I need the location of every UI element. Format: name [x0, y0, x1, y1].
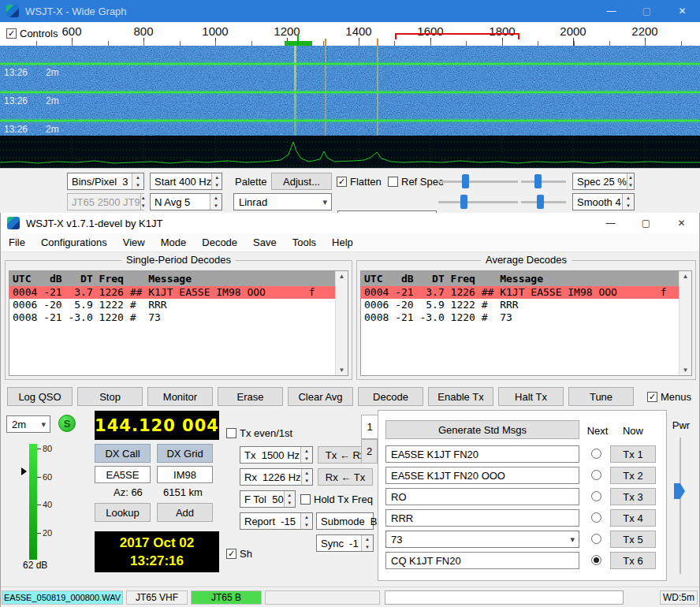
- slider-handle[interactable]: [462, 174, 469, 188]
- menu-file[interactable]: File: [1, 234, 33, 251]
- decode-row[interactable]: 0004 -21 3.7 1226 ## K1JT EA5SE IM98 OOO…: [361, 286, 679, 299]
- slider-handle[interactable]: [534, 174, 542, 188]
- hold-tx-freq-checkbox[interactable]: Hold Tx Freq: [300, 493, 373, 505]
- minimize-button[interactable]: —: [594, 0, 629, 22]
- spinner-arrows[interactable]: [211, 173, 222, 189]
- tx-5-now-button[interactable]: Tx 5: [610, 531, 656, 548]
- tx-2-now-button[interactable]: Tx 2: [610, 467, 656, 484]
- enable-tx-button[interactable]: Enable Tx: [428, 387, 493, 406]
- bins-pixel-spinner[interactable]: Bins/Pixel 3: [67, 173, 144, 190]
- pwr-slider-handle[interactable]: [674, 483, 685, 499]
- menu-tools[interactable]: Tools: [285, 234, 324, 251]
- slider-handle[interactable]: [537, 195, 544, 209]
- decode-row[interactable]: 0006 -20 5.9 1222 # RRR: [9, 299, 335, 311]
- monitor-button[interactable]: Monitor: [147, 387, 213, 406]
- spinner-arrows[interactable]: [300, 447, 312, 463]
- spinner-arrows[interactable]: [210, 194, 222, 210]
- halt-tx-button[interactable]: Halt Tx: [498, 387, 564, 406]
- tx-6-next-radio[interactable]: [591, 555, 601, 565]
- sync-spinner[interactable]: Sync -1: [316, 534, 374, 552]
- scrollbar[interactable]: [335, 271, 348, 375]
- frequency-scale[interactable]: Controls 600 800 1000 1200 1400 1600 180…: [0, 22, 700, 46]
- message-tab-2[interactable]: 2: [361, 439, 378, 464]
- waterfall-gain-slider[interactable]: [438, 173, 518, 189]
- rx-from-tx-button[interactable]: Rx ← Tx: [318, 468, 373, 486]
- maximize-button[interactable]: ▢: [629, 0, 665, 22]
- minimize-button[interactable]: —: [593, 213, 628, 233]
- tx-freq-spinner[interactable]: Tx 1500 Hz: [240, 446, 313, 464]
- palette-combo[interactable]: Linrad: [233, 193, 332, 210]
- tx-message-3-field[interactable]: RO: [385, 488, 579, 505]
- tx-message-5-combo[interactable]: 73: [385, 531, 579, 548]
- ref-spec-checkbox[interactable]: Ref Spec: [388, 176, 443, 188]
- decode-row[interactable]: 0006 -20 5.9 1222 # RRR: [361, 299, 679, 311]
- spinner-arrows[interactable]: [301, 469, 312, 485]
- tx-4-now-button[interactable]: Tx 4: [610, 509, 656, 527]
- tx-even-checkbox[interactable]: Tx even/1st: [226, 427, 292, 439]
- tx-5-next-radio[interactable]: [591, 534, 601, 544]
- add-button[interactable]: Add: [157, 503, 213, 522]
- generate-std-msgs-button[interactable]: Generate Std Msgs: [385, 420, 579, 439]
- menus-checkbox[interactable]: Menus: [647, 391, 691, 403]
- pwr-slider[interactable]: [680, 438, 681, 574]
- dx-grid-field[interactable]: IM98: [157, 466, 213, 483]
- close-button[interactable]: ✕: [665, 0, 700, 22]
- tx-6-now-button[interactable]: Tx 6: [610, 552, 656, 569]
- decode-row[interactable]: 0004 -21 3.7 1226 ## K1JT EA5SE IM98 OOO…: [9, 286, 335, 299]
- tx-3-next-radio[interactable]: [591, 491, 601, 501]
- spectrum-gain-slider[interactable]: [438, 194, 518, 210]
- clear-avg-button[interactable]: Clear Avg: [288, 387, 353, 406]
- band-select[interactable]: 2m: [6, 415, 50, 433]
- menu-help[interactable]: Help: [324, 234, 361, 251]
- average-decode-area[interactable]: UTC dB DT Freq Message 0004 -21 3.7 1226…: [360, 270, 692, 376]
- start-freq-spinner[interactable]: Start 400 Hz: [150, 173, 222, 190]
- tx-message-2-field[interactable]: EA5SE K1JT FN20 OOO: [385, 467, 579, 484]
- tx-message-1-field[interactable]: EA5SE K1JT FN20: [385, 445, 579, 463]
- decode-button[interactable]: Decode: [358, 387, 423, 406]
- tx-1-next-radio[interactable]: [591, 449, 601, 459]
- wide-graph-titlebar[interactable]: WSJT-X - Wide Graph — ▢ ✕: [0, 0, 700, 22]
- decode-row[interactable]: 0008 -21 -3.0 1220 # 73: [361, 311, 679, 324]
- menu-mode[interactable]: Mode: [153, 234, 195, 251]
- tx-4-next-radio[interactable]: [591, 512, 601, 523]
- spinner-arrows[interactable]: [132, 173, 143, 189]
- scrollbar[interactable]: [679, 271, 691, 375]
- menu-save[interactable]: Save: [245, 234, 285, 251]
- stop-button[interactable]: Stop: [77, 387, 143, 406]
- message-tab-1[interactable]: 1: [361, 415, 378, 439]
- rx-freq-spinner[interactable]: Rx 1226 Hz: [240, 468, 313, 486]
- f-tol-spinner[interactable]: F Tol 50: [240, 490, 296, 508]
- waterfall[interactable]: 13:26 2m 13:26 2m 13:26 2m: [0, 46, 700, 136]
- spinner-arrows[interactable]: [622, 194, 634, 210]
- tx-2-next-radio[interactable]: [591, 470, 601, 480]
- dx-grid-button[interactable]: DX Grid: [157, 444, 213, 463]
- maximize-button[interactable]: ▢: [628, 213, 664, 233]
- decode-row[interactable]: 0008 -21 -3.0 1220 # 73: [9, 311, 335, 324]
- menu-decode[interactable]: Decode: [194, 234, 245, 251]
- adjust-button[interactable]: Adjust...: [271, 173, 332, 190]
- dx-call-field[interactable]: EA5SE: [95, 466, 151, 483]
- submode-spinner[interactable]: Submode B: [316, 512, 374, 530]
- dx-call-button[interactable]: DX Call: [95, 444, 151, 463]
- spinner-arrows[interactable]: [300, 513, 312, 529]
- waterfall-zero-slider[interactable]: [521, 173, 566, 189]
- tx-message-6-field[interactable]: CQ K1JT FN20: [385, 552, 579, 569]
- spectrum-zero-slider[interactable]: [521, 194, 566, 210]
- spinner-arrows[interactable]: [284, 491, 295, 507]
- tx-3-now-button[interactable]: Tx 3: [610, 488, 656, 505]
- erase-button[interactable]: Erase: [218, 387, 283, 406]
- smooth-spinner[interactable]: Smooth 4: [572, 193, 635, 210]
- main-titlebar[interactable]: WSJT-X v1.7.1-devel by K1JT — ▢ ✕: [1, 213, 699, 233]
- n-avg-spinner[interactable]: N Avg 5: [150, 193, 222, 210]
- tune-button[interactable]: Tune: [568, 387, 634, 406]
- sh-checkbox[interactable]: Sh: [226, 548, 252, 560]
- spinner-arrows[interactable]: [361, 535, 373, 551]
- log-qso-button[interactable]: Log QSO: [7, 387, 73, 406]
- tx-message-4-field[interactable]: RRR: [385, 509, 579, 527]
- single-period-decode-area[interactable]: UTC dB DT Freq Message 0004 -21 3.7 1226…: [9, 270, 348, 376]
- slider-handle[interactable]: [460, 195, 467, 209]
- lookup-button[interactable]: Lookup: [95, 503, 151, 522]
- tx-1-now-button[interactable]: Tx 1: [610, 445, 656, 463]
- controls-checkbox[interactable]: Controls: [6, 28, 58, 39]
- flatten-checkbox[interactable]: Flatten: [337, 176, 382, 188]
